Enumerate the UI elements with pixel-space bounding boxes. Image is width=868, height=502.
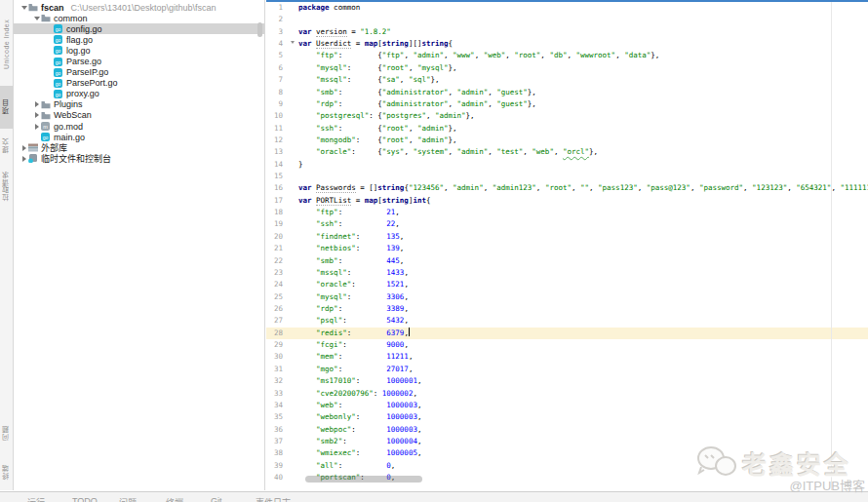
project-tree-scrollbar[interactable] [257,22,262,37]
chevron-open-icon[interactable] [20,6,28,10]
code-line[interactable]: "wmiexec": 1000005, [298,447,868,459]
stripe-tab-bottom-1[interactable]: 问题 [0,416,13,451]
chevron-closed-icon[interactable] [20,145,28,151]
code-line[interactable]: "smb2": 1000004, [298,436,868,447]
tree-row-flag.go[interactable]: goflag.go [14,34,264,45]
code-line[interactable] [298,171,868,182]
code-line[interactable]: "findnet": 135, [298,231,868,243]
code-line[interactable]: "web": 1000003, [298,400,868,411]
code-line[interactable]: "oracle": {"sys", "system", "admin", "te… [298,146,868,158]
tree-row-config.go[interactable]: goconfig.go [14,23,264,34]
tree-row-go.mod[interactable]: mgo.mod [14,121,264,132]
line-number: 28 [266,328,283,339]
project-tree-panel[interactable]: fscanC:\Users\13401\Desktop\github\fscan… [14,0,265,490]
chevron-closed-icon[interactable] [32,124,41,130]
svg-text:go: go [56,92,61,97]
code-line[interactable]: "mgo": 27017, [298,364,868,375]
code-line[interactable]: "postgresql": {"postgres", "admin"}, [298,110,868,122]
toolbar-item-6[interactable]: 事件日志 [256,496,291,502]
toolbar-item-1[interactable]: 运行 [27,496,45,502]
bottom-toolbar: 运行TODO问题终端Git事件日志 [0,491,868,502]
stripe-tab-2[interactable]: 项目 [0,86,13,129]
code-line[interactable]: "all": 0, [298,460,868,472]
line-number: 16 [266,182,283,194]
line-number: 20 [266,231,283,243]
chevron-closed-icon[interactable] [32,101,41,107]
code-line[interactable]: "mem": 11211, [298,351,868,363]
line-number: 31 [266,364,283,375]
code-line[interactable]: "smb": {"administrator", "admin", "guest… [298,87,868,98]
tree-row--[interactable]: 临时文件和控制台 [14,153,264,164]
code-line[interactable]: "rdp": {"administrator", "admin", "guest… [298,98,868,110]
line-number: 30 [266,351,283,363]
tree-row-fscan[interactable]: fscanC:\Users\13401\Desktop\github\fscan [14,2,264,13]
line-number: 21 [266,243,283,254]
code-line[interactable]: "ms17010": 1000001, [298,375,868,387]
code-line[interactable]: "ssh": 22, [298,218,868,230]
code-line[interactable]: "netbios": 139, [298,243,868,254]
tree-row-proxy.go[interactable]: goproxy.go [14,89,264,99]
line-number: 8 [266,87,283,98]
tree-row-WebScan[interactable]: WebScan [14,110,264,121]
tree-row-Plugins[interactable]: Plugins [14,99,264,110]
code-line[interactable]: "redis": 6379, [298,328,868,339]
code-line[interactable]: "webpoc": 1000003, [298,424,868,436]
code-line[interactable]: var Passwords = []string{"123456", "admi… [298,182,868,194]
horizontal-scrollbar[interactable] [305,476,422,483]
code-line[interactable]: "cve20200796": 1000002, [298,388,868,400]
toolbar-item-5[interactable]: Git [211,496,222,502]
code-line[interactable]: "mssql": {"sa", "sql"}, [298,74,868,86]
line-number: 1 [266,2,283,14]
tree-row-ParseIP.go[interactable]: goParseIP.go [14,67,264,78]
tree-row-common[interactable]: common [14,13,264,23]
svg-text:go: go [56,26,61,32]
code-line[interactable]: "rdp": 3389, [298,303,868,315]
stripe-tab-1[interactable]: Unicode Index [0,3,13,85]
tree-item-label: common [54,14,88,23]
code-line[interactable]: var version = "1.8.2" [298,26,868,38]
tree-item-label: 临时文件和控制台 [41,152,111,165]
line-number: 13 [266,146,283,158]
code-line[interactable]: var PORTList = map[string]int{ [298,195,868,207]
tree-row-Parse.go[interactable]: goParse.go [14,56,264,66]
code-line[interactable]: "oracle": 1521, [298,279,868,290]
editor-gutter: 1234567891011121314151617181920212223242… [266,2,296,483]
line-number: 29 [266,339,283,351]
code-line[interactable]: "webonly": 1000003, [298,411,868,423]
svg-text:go: go [56,37,61,43]
code-line[interactable]: "mongodb": {"root", "admin"}, [298,135,868,146]
chevron-closed-icon[interactable] [20,156,28,162]
code-line[interactable]: "mssql": 1433, [298,267,868,279]
code-line[interactable]: "ftp": 21, [298,207,868,218]
code-editor[interactable]: 1234567891011121314151617181920212223242… [266,0,868,490]
stripe-tab-3[interactable]: 提交 [0,133,13,160]
go-icon: go [54,24,65,33]
tree-row-ParsePort.go[interactable]: goParsePort.go [14,78,264,89]
line-number: 37 [266,436,283,447]
tool-window-stripe: Unicode Index项目提交拉取请求问题终端 [0,0,14,490]
tree-row-log.go[interactable]: golog.go [14,45,264,56]
line-number: 17 [266,195,283,207]
stripe-tab-4[interactable]: 拉取请求 [0,164,13,210]
code-line[interactable]: "mysql": {"root", "mysql"}, [298,62,868,74]
code-line[interactable]: } [298,159,868,171]
code-line[interactable]: "mysql": 3306, [298,291,868,303]
code-line[interactable]: "ftp": {"ftp", "admin", "www", "web", "r… [298,50,868,61]
code-line[interactable]: "psql": 5432, [298,315,868,327]
toolbar-item-2[interactable]: TODO [72,496,98,502]
code-line[interactable]: "ssh": {"root", "admin"}, [298,123,868,135]
fold-marker-icon[interactable] [291,41,295,44]
toolbar-item-3[interactable]: 问题 [119,496,137,502]
chevron-closed-icon[interactable] [32,112,41,118]
chevron-open-icon[interactable] [32,17,41,20]
code-line[interactable]: "smb": 445, [298,255,868,267]
folder-icon [41,100,53,109]
code-line[interactable]: package common [298,2,868,14]
code-area[interactable]: package common var version = "1.8.2"var … [298,2,868,483]
code-line[interactable]: "fcgi": 9000, [298,339,868,351]
code-line[interactable] [298,14,868,25]
toolbar-item-4[interactable]: 终端 [166,496,183,502]
code-line[interactable]: var Userdict = map[string][]string{ [298,38,868,50]
line-number: 38 [266,447,283,459]
stripe-tab-bottom-2[interactable]: 终端 [0,454,13,491]
